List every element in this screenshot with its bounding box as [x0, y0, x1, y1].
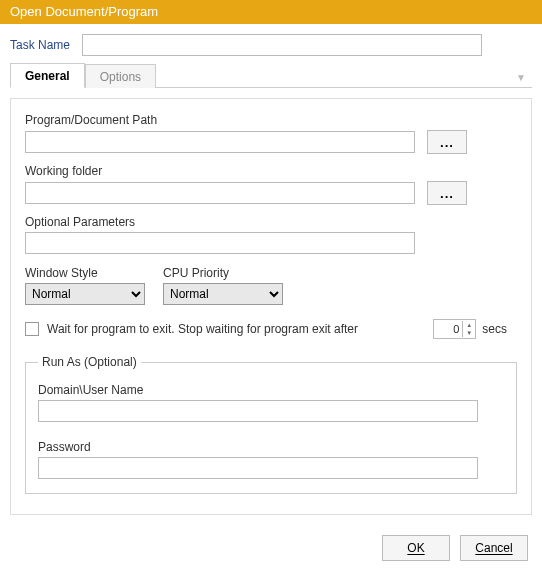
- general-panel: Program/Document Path ... Working folder…: [10, 98, 532, 515]
- wait-seconds-value: 0: [434, 323, 462, 335]
- chevron-down-icon[interactable]: ▼: [510, 68, 532, 87]
- cpu-priority-select[interactable]: Normal: [163, 283, 283, 305]
- working-folder-label: Working folder: [25, 164, 517, 178]
- cpu-priority-label: CPU Priority: [163, 266, 283, 280]
- wait-label: Wait for program to exit. Stop waiting f…: [47, 322, 358, 336]
- spinner-up-icon[interactable]: ▲: [463, 321, 475, 329]
- browse-path-button[interactable]: ...: [427, 130, 467, 154]
- tab-general[interactable]: General: [10, 63, 85, 88]
- run-as-group: Run As (Optional) Domain\User Name Passw…: [25, 355, 517, 494]
- wait-checkbox[interactable]: [25, 322, 39, 336]
- window-title: Open Document/Program: [10, 4, 158, 19]
- optional-params-input[interactable]: [25, 232, 415, 254]
- working-folder-input[interactable]: [25, 182, 415, 204]
- task-name-row: Task Name: [0, 24, 542, 62]
- window-style-label: Window Style: [25, 266, 145, 280]
- password-label: Password: [38, 440, 504, 454]
- wait-seconds-spinner[interactable]: 0 ▲ ▼: [433, 319, 476, 339]
- domain-user-label: Domain\User Name: [38, 383, 504, 397]
- dialog-footer: OK Cancel: [0, 525, 542, 570]
- cancel-button[interactable]: Cancel: [460, 535, 528, 561]
- browse-folder-button[interactable]: ...: [427, 181, 467, 205]
- password-input[interactable]: [38, 457, 478, 479]
- run-as-legend: Run As (Optional): [38, 355, 141, 369]
- task-name-input[interactable]: [82, 34, 482, 56]
- program-path-label: Program/Document Path: [25, 113, 517, 127]
- tab-options[interactable]: Options: [85, 64, 156, 88]
- title-bar: Open Document/Program: [0, 0, 542, 24]
- optional-params-label: Optional Parameters: [25, 215, 517, 229]
- wait-unit-label: secs: [482, 322, 507, 336]
- tab-strip: General Options ▼: [10, 62, 532, 88]
- ok-button[interactable]: OK: [382, 535, 450, 561]
- task-name-label: Task Name: [10, 38, 70, 52]
- spinner-down-icon[interactable]: ▼: [463, 329, 475, 337]
- program-path-input[interactable]: [25, 131, 415, 153]
- domain-user-input[interactable]: [38, 400, 478, 422]
- window-style-select[interactable]: Normal: [25, 283, 145, 305]
